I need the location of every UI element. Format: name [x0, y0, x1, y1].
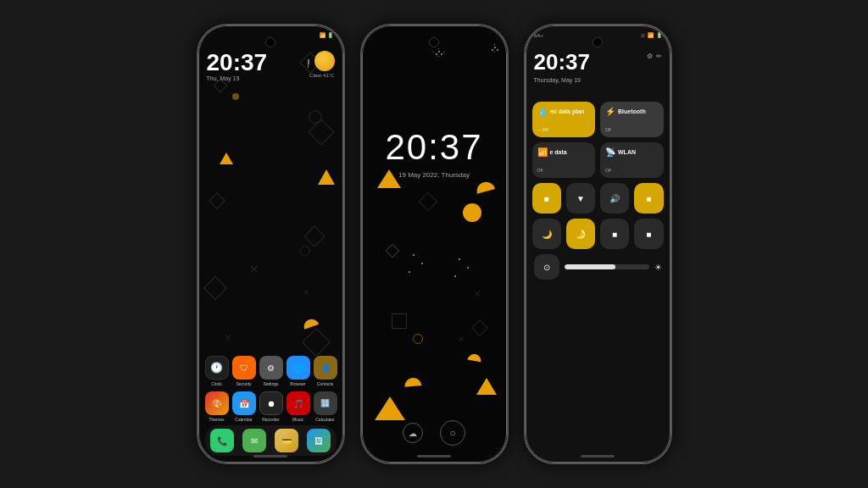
left-screen: ✕ ✕ ✕ 📶🔋 20:37: [198, 25, 343, 463]
cc-small-tile-4[interactable]: ■: [634, 183, 663, 214]
cc-date: Thursday, May 19: [534, 77, 591, 83]
bluetooth-icon: ⚡: [605, 107, 615, 116]
dock-gallery[interactable]: 🖼: [304, 429, 333, 452]
lock-cloud-icon[interactable]: ☁: [403, 423, 423, 443]
dock-wallet[interactable]: 💳: [272, 429, 301, 452]
mobile-data-icon: 📶: [537, 147, 548, 157]
app-music[interactable]: 🎵 Music: [287, 391, 310, 422]
cc-small-tile-2[interactable]: ▼: [566, 183, 595, 214]
camera-punch-right: [593, 37, 603, 47]
dock-phone[interactable]: 📞: [209, 429, 237, 452]
brightness-icon: ☀: [654, 263, 662, 272]
cc-tile-bluetooth[interactable]: ⚡ Bluetooth Off: [600, 102, 664, 137]
cc-tile-data-top2: 📶 e data: [537, 147, 591, 157]
data-plan-sub: — MB: [537, 127, 591, 132]
home-indicator-right: [581, 455, 615, 458]
cc-tile-data-top: 💧 mi data plan: [537, 107, 591, 116]
cc-header-left: 20:37 Thursday, May 19: [534, 49, 591, 83]
cc-tile-data-plan[interactable]: 💧 mi data plan — MB: [532, 102, 596, 137]
wlan-sub: Off: [605, 168, 659, 173]
edit-icon[interactable]: ✏: [656, 53, 662, 60]
cc-small-row-1: ■ ▼ 🔊 ■: [532, 183, 664, 214]
app-calculator[interactable]: 🔢 Calculator: [314, 391, 337, 422]
cc-small-row-2: 🌙 🌛 ■ ■: [532, 219, 664, 249]
lock-bg-decorations: ✕ ✕: [362, 25, 507, 463]
status-icons: 📶🔋: [320, 32, 333, 38]
cc-row-1: 💧 mi data plan — MB ⚡ Bluetooth Off: [532, 102, 664, 137]
dock-messages[interactable]: ✉: [240, 429, 269, 452]
app-grid-row2: 🎨 Themes 📅 Calendar ⏺ Recorder 🎵 Music 🔢…: [205, 391, 337, 422]
data-plan-icon: 💧: [537, 107, 548, 116]
cc-tile-wlan[interactable]: 📡 WLAN Off: [600, 142, 664, 178]
settings-icon[interactable]: ⚙: [647, 53, 653, 60]
cc-small-tile-8[interactable]: ■: [634, 219, 663, 249]
app-contacts[interactable]: 👤 Contacts: [314, 356, 337, 386]
brightness-low-icon: ⊙: [534, 254, 559, 280]
app-recorder[interactable]: ⏺ Recorder: [259, 391, 283, 422]
app-dock: 📞 ✉ 💳 🖼: [205, 425, 337, 456]
cc-brightness-row: ⊙ ☀: [532, 254, 664, 280]
cc-small-tile-3[interactable]: 🔊: [600, 183, 629, 214]
home-indicator-left: [253, 455, 287, 458]
home-weather: Clear 41°C: [309, 51, 334, 78]
app-clock[interactable]: 🕐 Clock: [205, 356, 229, 386]
cc-time: 20:37: [534, 49, 591, 75]
app-grid-row1: 🕐 Clock 🛡 Security ⚙ Settings 🌐 Browser …: [205, 356, 337, 386]
bluetooth-sub: Off: [605, 127, 659, 132]
center-screen: ✕ ✕ 20:37 19 May 2022, Thursday ☁ ○: [362, 25, 507, 463]
cc-tile-bt-top: ⚡ Bluetooth: [605, 107, 659, 116]
cc-small-tile-5[interactable]: 🌙: [532, 219, 561, 249]
right-phone: SA+ ⊙📶🔋 20:37 Thursday, May 19 ⚙ ✏ 💧: [524, 24, 672, 464]
lock-time: 20:37: [362, 127, 507, 168]
home-indicator-center: [417, 455, 451, 458]
home-top-info: 20:37 Thu, May 19 Clear 41°C: [207, 51, 335, 81]
camera-punch-left: [265, 37, 275, 47]
brightness-slider[interactable]: [565, 264, 649, 269]
lock-bottom-icons: ☁ ○: [362, 420, 507, 446]
lock-date: 19 May 2022, Thursday: [362, 171, 507, 179]
cc-row-2: 📶 e data Off 📡 WLAN Off: [532, 142, 664, 178]
cc-small-tile-1[interactable]: ■: [532, 183, 561, 214]
center-phone: ✕ ✕ 20:37 19 May 2022, Thursday ☁ ○: [360, 24, 509, 464]
right-screen: SA+ ⊙📶🔋 20:37 Thursday, May 19 ⚙ ✏ 💧: [526, 25, 670, 463]
cc-tile-wlan-top: 📡 WLAN: [605, 147, 659, 157]
camera-punch-center: [429, 37, 439, 47]
cc-small-tile-6[interactable]: 🌛: [566, 219, 595, 249]
app-themes[interactable]: 🎨 Themes: [205, 391, 229, 422]
cc-tile-mobile-data[interactable]: 📶 e data Off: [532, 142, 596, 178]
app-settings[interactable]: ⚙ Settings: [259, 356, 283, 386]
lock-clock: 20:37 19 May 2022, Thursday: [362, 127, 507, 179]
weather-text: Clear 41°C: [309, 73, 334, 78]
app-security[interactable]: 🛡 Security: [232, 356, 256, 386]
brightness-fill: [565, 264, 615, 269]
mobile-data-sub: Off: [537, 168, 591, 173]
left-phone: ✕ ✕ ✕ 📶🔋 20:37: [197, 24, 345, 464]
app-browser[interactable]: 🌐 Browser: [287, 356, 310, 386]
weather-sun: [314, 51, 335, 71]
cc-header: 20:37 Thursday, May 19 ⚙ ✏: [534, 49, 662, 83]
wlan-icon: 📡: [605, 147, 615, 157]
lock-home-button[interactable]: ○: [440, 420, 465, 446]
cc-tiles: 💧 mi data plan — MB ⚡ Bluetooth Off: [532, 102, 664, 280]
cc-header-icons: ⚙ ✏: [647, 53, 662, 60]
cc-status-icons: ⊙📶🔋: [641, 32, 662, 38]
app-calendar[interactable]: 📅 Calendar: [232, 391, 256, 422]
cc-carrier: SA+: [534, 33, 544, 38]
cc-small-tile-7[interactable]: ■: [600, 219, 629, 249]
